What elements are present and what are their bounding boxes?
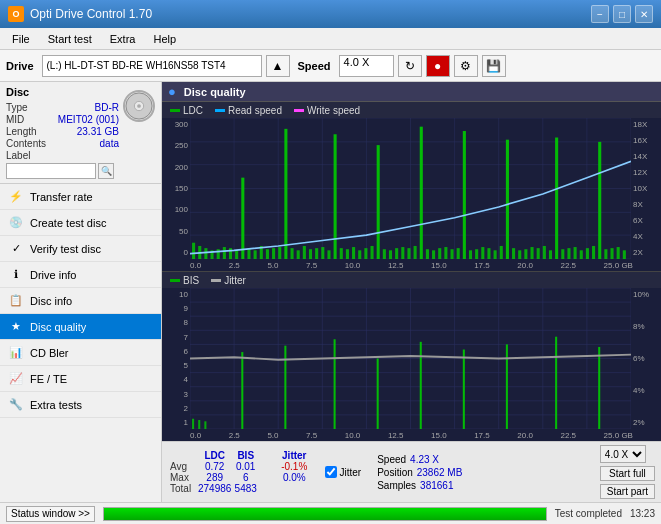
start-full-button[interactable]: Start full <box>600 466 655 481</box>
nav-drive-info[interactable]: ℹ Drive info <box>0 262 161 288</box>
x-2-5: 2.5 <box>229 261 240 270</box>
svg-rect-91 <box>623 250 626 259</box>
status-bar: Status window >> Test completed 13:23 <box>0 502 661 524</box>
bx-25: 25.0 GB <box>604 431 633 440</box>
stats-table: LDC BIS Jitter Avg 0.72 0.01 -0.1% Max 2… <box>168 450 313 494</box>
svg-rect-36 <box>284 129 287 259</box>
svg-rect-29 <box>241 178 244 259</box>
speed-label: Speed <box>298 60 331 72</box>
maximize-button[interactable]: □ <box>613 5 631 23</box>
svg-rect-45 <box>340 248 343 259</box>
speed-selector[interactable]: 4.0 X <box>339 55 394 77</box>
bx-15: 15.0 <box>431 431 447 440</box>
nav-cd-bler[interactable]: 📊 CD Bler <box>0 340 161 366</box>
write-dot <box>294 109 304 112</box>
nav-disc-info[interactable]: 📋 Disc info <box>0 288 161 314</box>
y-100: 100 <box>164 205 188 214</box>
menu-file[interactable]: File <box>4 31 38 47</box>
refresh-button[interactable]: ↻ <box>398 55 422 77</box>
svg-rect-123 <box>506 344 508 429</box>
settings-button[interactable]: ⚙ <box>454 55 478 77</box>
main-area: Disc Type BD-R MID MEIT02 (001) Length 2… <box>0 82 661 502</box>
disc-label-button[interactable]: 🔍 <box>98 163 114 179</box>
verify-test-disc-icon: ✓ <box>8 241 24 257</box>
speed-value: 4.0 X <box>344 56 370 68</box>
close-button[interactable]: ✕ <box>635 5 653 23</box>
bx-20: 20.0 <box>517 431 533 440</box>
sidebar: Disc Type BD-R MID MEIT02 (001) Length 2… <box>0 82 162 502</box>
menu-extra[interactable]: Extra <box>102 31 144 47</box>
bis-y-5: 5 <box>164 361 188 370</box>
svg-rect-117 <box>241 352 243 429</box>
progress-bar-container <box>103 507 547 521</box>
jitter-y-10pct: 10% <box>633 290 659 299</box>
svg-rect-57 <box>414 246 417 259</box>
disc-length-value: 23.31 GB <box>77 126 119 137</box>
fe-te-icon: 📈 <box>8 371 24 387</box>
cd-bler-icon: 📊 <box>8 345 24 361</box>
svg-rect-119 <box>334 339 336 429</box>
y-0: 0 <box>164 248 188 257</box>
disc-length-label: Length <box>6 126 37 137</box>
nav-drive-info-label: Drive info <box>30 269 76 281</box>
svg-rect-114 <box>192 419 194 429</box>
svg-rect-55 <box>401 247 404 259</box>
avg-bis: 0.01 <box>231 461 260 472</box>
minimize-button[interactable]: − <box>591 5 609 23</box>
bis-y-4: 4 <box>164 375 188 384</box>
progress-bar-fill <box>104 508 546 520</box>
disc-graphic <box>123 90 155 122</box>
nav-verify-test-disc[interactable]: ✓ Verify test disc <box>0 236 161 262</box>
write-legend: Write speed <box>294 105 360 116</box>
svg-rect-84 <box>580 250 583 259</box>
svg-rect-87 <box>598 142 601 259</box>
extra-tests-icon: 🔧 <box>8 397 24 413</box>
speed-info-label: Speed <box>377 454 406 465</box>
svg-rect-46 <box>346 249 349 259</box>
jitter-checkbox[interactable] <box>325 466 337 478</box>
nav-create-test-disc[interactable]: 💿 Create test disc <box>0 210 161 236</box>
bis-y-10: 10 <box>164 290 188 299</box>
total-ldc: 274986 <box>198 483 231 494</box>
speed-dropdown[interactable]: 4.0 X <box>600 445 646 463</box>
nav-transfer-rate[interactable]: ⚡ Transfer rate <box>0 184 161 210</box>
svg-rect-70 <box>494 250 497 259</box>
y-right-18x: 18X <box>633 120 659 129</box>
bx-0: 0.0 <box>190 431 201 440</box>
nav-fe-te[interactable]: 📈 FE / TE <box>0 366 161 392</box>
x-25: 25.0 GB <box>604 261 633 270</box>
svg-rect-56 <box>407 248 410 259</box>
svg-rect-35 <box>278 247 281 259</box>
x-20: 20.0 <box>517 261 533 270</box>
ldc-legend: LDC <box>170 105 203 116</box>
max-row-label: Max <box>168 472 198 483</box>
nav-disc-quality-label: Disc quality <box>30 321 86 333</box>
svg-rect-47 <box>352 247 355 259</box>
eject-button[interactable]: ▲ <box>266 55 290 77</box>
nav-extra-tests[interactable]: 🔧 Extra tests <box>0 392 161 418</box>
y-top-300: 300 <box>164 120 188 129</box>
menu-start-test[interactable]: Start test <box>40 31 100 47</box>
toolbar: Drive (L:) HL-DT-ST BD-RE WH16NS58 TST4 … <box>0 50 661 82</box>
drive-label: Drive <box>6 60 34 72</box>
svg-rect-82 <box>567 248 570 259</box>
svg-rect-67 <box>475 249 478 259</box>
svg-rect-80 <box>555 138 558 259</box>
svg-rect-48 <box>358 250 361 259</box>
y-right-10x: 10X <box>633 184 659 193</box>
svg-rect-64 <box>457 248 460 259</box>
bis-y-7: 7 <box>164 333 188 342</box>
svg-rect-54 <box>395 248 398 259</box>
svg-rect-66 <box>469 250 472 259</box>
drive-selector[interactable]: (L:) HL-DT-ST BD-RE WH16NS58 TST4 <box>42 55 262 77</box>
burn-button[interactable]: ● <box>426 55 450 77</box>
save-button[interactable]: 💾 <box>482 55 506 77</box>
nav-disc-quality[interactable]: ★ Disc quality <box>0 314 161 340</box>
start-part-button[interactable]: Start part <box>600 484 655 499</box>
menu-help[interactable]: Help <box>145 31 184 47</box>
y-right-4x: 4X <box>633 232 659 241</box>
disc-info-icon: 📋 <box>8 293 24 309</box>
disc-label-input[interactable] <box>6 163 96 179</box>
status-window-button[interactable]: Status window >> <box>6 506 95 522</box>
bis-dot <box>170 279 180 282</box>
